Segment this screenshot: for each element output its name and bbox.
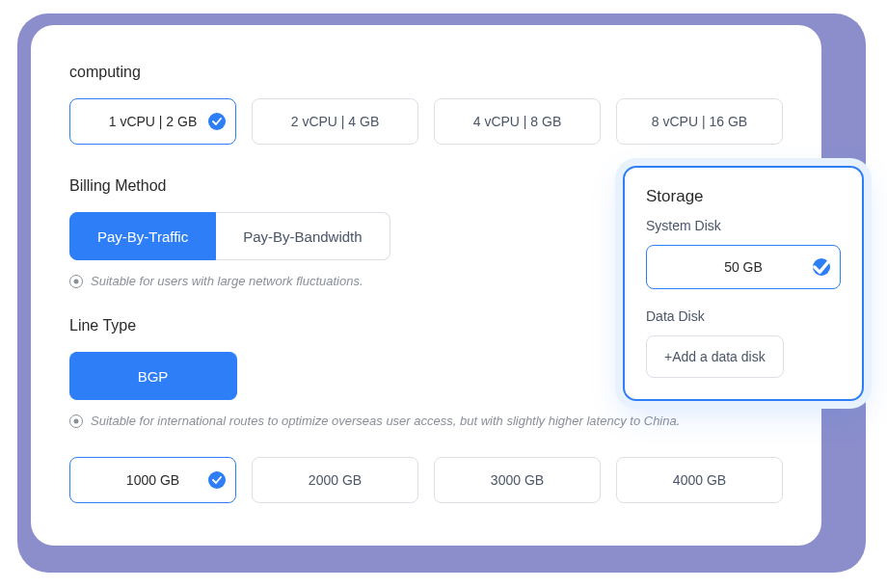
bulb-icon xyxy=(69,414,83,428)
compute-option-1[interactable]: 1 vCPU | 2 GB xyxy=(69,98,236,145)
line-bgp[interactable]: BGP xyxy=(69,352,237,400)
bandwidth-option-3[interactable]: 3000 GB xyxy=(434,457,601,503)
compute-option-label: 8 vCPU | 16 GB xyxy=(652,114,747,129)
billing-traffic[interactable]: Pay-By-Traffic xyxy=(69,212,216,260)
compute-option-label: 1 vCPU | 2 GB xyxy=(109,114,198,129)
compute-option-label: 2 vCPU | 4 GB xyxy=(291,114,380,129)
data-disk-label: Data Disk xyxy=(646,308,841,324)
bulb-icon xyxy=(69,275,83,288)
storage-title: Storage xyxy=(646,187,841,206)
bandwidth-options: 1000 GB 2000 GB 3000 GB 4000 GB xyxy=(69,457,783,503)
bandwidth-option-label: 3000 GB xyxy=(491,472,544,488)
billing-bandwidth[interactable]: Pay-By-Bandwidth xyxy=(216,212,390,260)
system-disk-select[interactable]: 50 GB xyxy=(646,245,841,289)
bandwidth-option-label: 4000 GB xyxy=(673,472,726,488)
check-icon xyxy=(813,258,830,276)
check-icon xyxy=(208,471,226,489)
compute-option-2[interactable]: 2 vCPU | 4 GB xyxy=(252,98,418,145)
computing-options: 1 vCPU | 2 GB 2 vCPU | 4 GB 4 vCPU | 8 G… xyxy=(69,98,783,145)
bandwidth-option-label: 1000 GB xyxy=(126,472,179,488)
compute-option-label: 4 vCPU | 8 GB xyxy=(473,114,562,129)
bandwidth-option-1[interactable]: 1000 GB xyxy=(69,457,236,503)
bandwidth-option-2[interactable]: 2000 GB xyxy=(252,457,418,503)
system-disk-value: 50 GB xyxy=(724,259,763,275)
line-hint: Suitable for international routes to opt… xyxy=(69,414,783,428)
computing-title: computing xyxy=(69,64,783,81)
system-disk-label: System Disk xyxy=(646,218,841,233)
line-hint-text: Suitable for international routes to opt… xyxy=(91,414,680,428)
add-data-disk-button[interactable]: +Add a data disk xyxy=(646,335,784,378)
compute-option-3[interactable]: 4 vCPU | 8 GB xyxy=(434,98,601,145)
billing-hint-text: Suitable for users with large network fl… xyxy=(91,274,363,288)
check-icon xyxy=(208,113,226,130)
bandwidth-option-4[interactable]: 4000 GB xyxy=(616,457,783,503)
bandwidth-option-label: 2000 GB xyxy=(309,472,362,488)
compute-option-4[interactable]: 8 vCPU | 16 GB xyxy=(616,98,783,145)
storage-panel: Storage System Disk 50 GB Data Disk +Add… xyxy=(623,166,864,401)
